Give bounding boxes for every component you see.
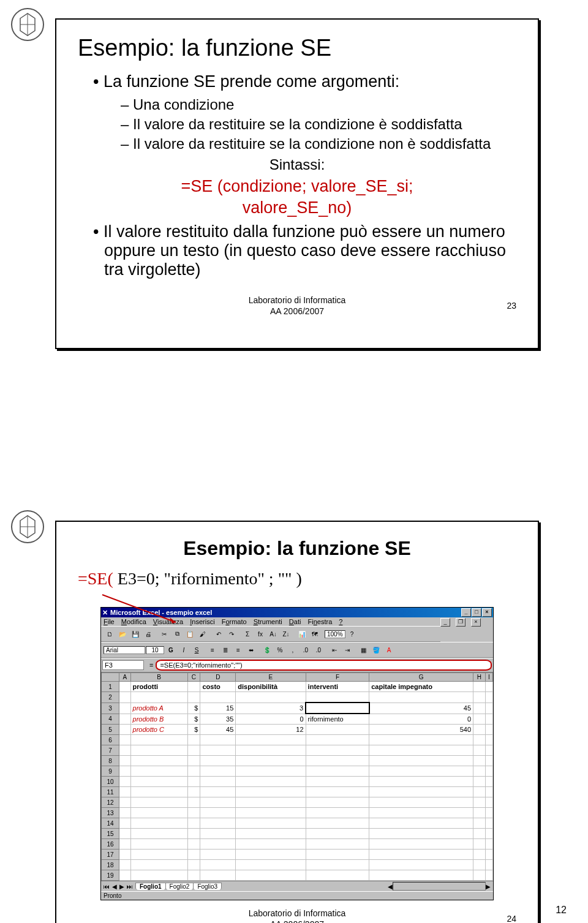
cell-F5[interactable] bbox=[306, 725, 369, 735]
undo-icon[interactable]: ↶ bbox=[213, 628, 225, 640]
cell-H16[interactable] bbox=[473, 839, 485, 850]
cell-F3[interactable] bbox=[306, 703, 369, 714]
cell-H9[interactable] bbox=[473, 766, 485, 777]
cell-D15[interactable] bbox=[200, 829, 236, 839]
help-icon[interactable]: ? bbox=[346, 628, 358, 640]
cell-H7[interactable] bbox=[473, 745, 485, 756]
cell-G4[interactable]: 0 bbox=[369, 714, 473, 725]
doc-restore[interactable]: ❐ bbox=[456, 618, 466, 627]
cell-E7[interactable] bbox=[236, 745, 306, 756]
italic-icon[interactable]: I bbox=[178, 644, 190, 656]
cell-C14[interactable] bbox=[187, 818, 200, 829]
cell-F7[interactable] bbox=[306, 745, 369, 756]
cell-D10[interactable] bbox=[200, 777, 236, 787]
row-header-14[interactable]: 14 bbox=[102, 818, 119, 829]
cell-B18[interactable] bbox=[130, 860, 187, 870]
cell-I1[interactable] bbox=[485, 682, 492, 692]
cell-F10[interactable] bbox=[306, 777, 369, 787]
cell-F6[interactable] bbox=[306, 735, 369, 745]
cell-F2[interactable] bbox=[306, 692, 369, 703]
col-header-B[interactable]: B bbox=[130, 673, 187, 682]
cell-E16[interactable] bbox=[236, 839, 306, 850]
cell-B6[interactable] bbox=[130, 735, 187, 745]
function-icon[interactable]: fx bbox=[254, 628, 266, 640]
cell-G12[interactable] bbox=[369, 797, 473, 808]
cell-C3[interactable]: $ bbox=[187, 703, 200, 714]
cell-C17[interactable] bbox=[187, 850, 200, 860]
cell-H13[interactable] bbox=[473, 808, 485, 818]
cell-B14[interactable] bbox=[130, 818, 187, 829]
cell-A10[interactable] bbox=[119, 777, 131, 787]
cell-C12[interactable] bbox=[187, 797, 200, 808]
hscroll-left[interactable]: ◀ bbox=[388, 883, 393, 890]
open-icon[interactable]: 📂 bbox=[116, 628, 129, 640]
cell-E11[interactable] bbox=[236, 787, 306, 797]
row-header-19[interactable]: 19 bbox=[102, 870, 119, 881]
sheet-tab-2[interactable]: Foglio2 bbox=[165, 883, 194, 890]
comma-icon[interactable]: , bbox=[287, 644, 299, 656]
menu-window[interactable]: Finestra bbox=[308, 618, 333, 625]
tab-nav-next[interactable]: ▶ bbox=[119, 883, 124, 890]
new-icon[interactable]: 🗋 bbox=[104, 628, 116, 640]
cell-E9[interactable] bbox=[236, 766, 306, 777]
cell-C1[interactable] bbox=[187, 682, 200, 692]
cell-C6[interactable] bbox=[187, 735, 200, 745]
cell-H14[interactable] bbox=[473, 818, 485, 829]
cell-H12[interactable] bbox=[473, 797, 485, 808]
cell-C4[interactable]: $ bbox=[187, 714, 200, 725]
row-header-4[interactable]: 4 bbox=[102, 714, 119, 725]
cell-C7[interactable] bbox=[187, 745, 200, 756]
cell-F16[interactable] bbox=[306, 839, 369, 850]
minimize-button[interactable]: _ bbox=[461, 608, 471, 617]
doc-minimize[interactable]: _ bbox=[440, 618, 450, 627]
cell-F18[interactable] bbox=[306, 860, 369, 870]
cell-E1[interactable]: disponibilità bbox=[236, 682, 306, 692]
cell-F17[interactable] bbox=[306, 850, 369, 860]
cell-B16[interactable] bbox=[130, 839, 187, 850]
cell-E19[interactable] bbox=[236, 870, 306, 881]
cell-A6[interactable] bbox=[119, 735, 131, 745]
map-icon[interactable]: 🗺 bbox=[309, 628, 321, 640]
cell-H17[interactable] bbox=[473, 850, 485, 860]
cell-D4[interactable]: 35 bbox=[200, 714, 236, 725]
cell-H8[interactable] bbox=[473, 756, 485, 766]
cell-I19[interactable] bbox=[485, 870, 492, 881]
cell-A19[interactable] bbox=[119, 870, 131, 881]
doc-close[interactable]: × bbox=[471, 618, 481, 627]
cell-I3[interactable] bbox=[485, 703, 492, 714]
cell-C9[interactable] bbox=[187, 766, 200, 777]
maximize-button[interactable]: □ bbox=[472, 608, 481, 617]
cell-F19[interactable] bbox=[306, 870, 369, 881]
col-header-A[interactable]: A bbox=[119, 673, 131, 682]
cell-E17[interactable] bbox=[236, 850, 306, 860]
cell-C16[interactable] bbox=[187, 839, 200, 850]
cell-A12[interactable] bbox=[119, 797, 131, 808]
cell-I5[interactable] bbox=[485, 725, 492, 735]
print-icon[interactable]: 🖨 bbox=[142, 628, 154, 640]
cell-A17[interactable] bbox=[119, 850, 131, 860]
row-header-11[interactable]: 11 bbox=[102, 787, 119, 797]
cell-C18[interactable] bbox=[187, 860, 200, 870]
cell-I8[interactable] bbox=[485, 756, 492, 766]
cell-H6[interactable] bbox=[473, 735, 485, 745]
cell-E8[interactable] bbox=[236, 756, 306, 766]
cell-I15[interactable] bbox=[485, 829, 492, 839]
bold-icon[interactable]: G bbox=[165, 644, 177, 656]
cell-G1[interactable]: capitale impegnato bbox=[369, 682, 473, 692]
cell-D9[interactable] bbox=[200, 766, 236, 777]
cell-I12[interactable] bbox=[485, 797, 492, 808]
cell-B19[interactable] bbox=[130, 870, 187, 881]
col-header-F[interactable]: F bbox=[306, 673, 369, 682]
cell-B12[interactable] bbox=[130, 797, 187, 808]
cell-G11[interactable] bbox=[369, 787, 473, 797]
tab-nav-last[interactable]: ⏭ bbox=[127, 883, 133, 890]
row-header-8[interactable]: 8 bbox=[102, 756, 119, 766]
cell-B3[interactable]: prodotto A bbox=[130, 703, 187, 714]
cell-H15[interactable] bbox=[473, 829, 485, 839]
cell-C10[interactable] bbox=[187, 777, 200, 787]
redo-icon[interactable]: ↷ bbox=[225, 628, 238, 640]
cell-C8[interactable] bbox=[187, 756, 200, 766]
row-header-18[interactable]: 18 bbox=[102, 860, 119, 870]
sort-desc-icon[interactable]: Z↓ bbox=[280, 628, 292, 640]
sheet-tab-3[interactable]: Foglio3 bbox=[193, 883, 222, 890]
